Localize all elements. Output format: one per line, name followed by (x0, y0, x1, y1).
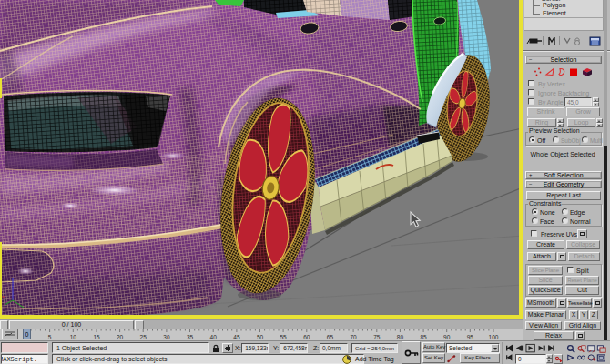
svg-text:85: 85 (420, 334, 427, 340)
svg-text:x: x (2, 294, 5, 299)
svg-text:45: 45 (233, 334, 240, 340)
svg-text:50: 50 (257, 334, 264, 340)
svg-text:65: 65 (327, 334, 334, 340)
svg-text:55: 55 (280, 334, 287, 340)
svg-text:95: 95 (467, 334, 474, 340)
svg-text:90: 90 (443, 334, 451, 340)
svg-text:10: 10 (70, 334, 77, 340)
svg-text:60: 60 (303, 334, 310, 340)
svg-text:30: 30 (163, 334, 170, 340)
svg-text:70: 70 (350, 334, 357, 340)
svg-text:100: 100 (489, 334, 499, 340)
svg-text:35: 35 (187, 334, 194, 340)
svg-text:15: 15 (93, 334, 100, 340)
svg-text:25: 25 (140, 334, 147, 340)
svg-text:75: 75 (373, 334, 381, 340)
svg-text:40: 40 (210, 334, 218, 340)
svg-text:80: 80 (397, 334, 404, 340)
svg-text:5: 5 (48, 334, 52, 340)
svg-text:20: 20 (117, 334, 124, 340)
